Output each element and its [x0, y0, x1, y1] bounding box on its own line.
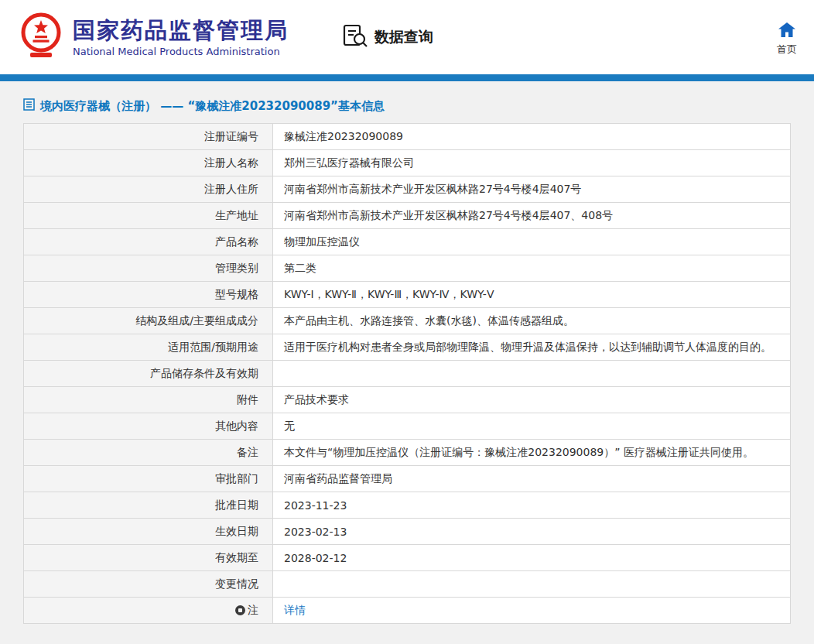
table-row: 备注本文件与“物理加压控温仪（注册证编号：豫械注准20232090089）” 医…	[24, 440, 791, 466]
breadcrumb: 境内医疗器械（注册） —— “豫械注准20232090089”基本信息	[23, 94, 791, 118]
table-row: 型号规格KWY-Ⅰ，KWY-Ⅱ，KWY-Ⅲ，KWY-Ⅳ，KWY-Ⅴ	[24, 282, 791, 308]
site-header: 国家药品监督管理局 National Medical Products Admi…	[0, 0, 814, 74]
row-label: 生产地址	[24, 203, 273, 229]
row-value: 无	[273, 413, 791, 440]
row-value: 河南省郑州市高新技术产业开发区枫林路27号4号楼4层407、408号	[273, 203, 791, 229]
row-label: 注册人名称	[24, 150, 273, 176]
note-icon	[235, 605, 245, 615]
table-row: 变更情况	[24, 571, 791, 598]
row-label: 变更情况	[24, 571, 273, 598]
row-label: 附件	[24, 387, 273, 413]
info-table-body: 注册证编号豫械注准20232090089注册人名称郑州三弘医疗器械有限公司注册人…	[24, 124, 791, 624]
row-label: 注	[24, 598, 273, 624]
row-label: 产品名称	[24, 229, 273, 255]
table-row: 其他内容无	[24, 413, 791, 440]
table-row: 产品储存条件及有效期	[24, 361, 791, 387]
row-label: 有效期至	[24, 545, 273, 571]
row-value: 2023-11-23	[273, 492, 791, 519]
row-label: 注册证编号	[24, 124, 273, 150]
table-row: 生效日期2023-02-13	[24, 519, 791, 545]
row-label: 产品储存条件及有效期	[24, 361, 273, 387]
row-value	[273, 571, 791, 598]
row-value: 河南省药品监督管理局	[273, 466, 791, 492]
nav-home[interactable]: 首页	[777, 18, 797, 57]
table-row: 产品名称物理加压控温仪	[24, 229, 791, 255]
row-value: 适用于医疗机构对患者全身或局部物理降温、物理升温及体温保持，以达到辅助调节人体温…	[273, 334, 791, 361]
row-label: 适用范围/预期用途	[24, 334, 273, 361]
page-title: 境内医疗器械（注册） —— “豫械注准20232090089”基本信息	[40, 99, 385, 114]
row-label: 其他内容	[24, 413, 273, 440]
document-magnifier-icon	[343, 24, 368, 51]
org-titles: 国家药品监督管理局 National Medical Products Admi…	[73, 17, 289, 57]
detail-link[interactable]: 详情	[284, 604, 306, 616]
row-label: 注册人住所	[24, 176, 273, 203]
row-label: 管理类别	[24, 255, 273, 282]
table-row: 注详情	[24, 598, 791, 624]
table-row: 注册人住所河南省郑州市高新技术产业开发区枫林路27号4号楼4层407号	[24, 176, 791, 203]
org-name-en: National Medical Products Administration	[73, 46, 289, 57]
row-value	[273, 361, 791, 387]
row-value: 本文件与“物理加压控温仪（注册证编号：豫械注准20232090089）” 医疗器…	[273, 440, 791, 466]
table-row: 管理类别第二类	[24, 255, 791, 282]
nav-data-query[interactable]: 数据查询	[343, 24, 433, 51]
row-value: 产品技术要求	[273, 387, 791, 413]
row-label: 结构及组成/主要组成成分	[24, 308, 273, 334]
table-row: 附件产品技术要求	[24, 387, 791, 413]
row-value: 豫械注准20232090089	[273, 124, 791, 150]
table-row: 注册人名称郑州三弘医疗器械有限公司	[24, 150, 791, 176]
row-value: 2023-02-13	[273, 519, 791, 545]
row-value: 本产品由主机、水路连接管、水囊(水毯)、体温传感器组成。	[273, 308, 791, 334]
table-row: 结构及组成/主要组成成分本产品由主机、水路连接管、水囊(水毯)、体温传感器组成。	[24, 308, 791, 334]
row-value: 物理加压控温仪	[273, 229, 791, 255]
row-value: 2028-02-12	[273, 545, 791, 571]
document-icon	[23, 98, 35, 114]
table-row: 生产地址河南省郑州市高新技术产业开发区枫林路27号4号楼4层407、408号	[24, 203, 791, 229]
info-table: 注册证编号豫械注准20232090089注册人名称郑州三弘医疗器械有限公司注册人…	[23, 123, 791, 624]
row-value: 河南省郑州市高新技术产业开发区枫林路27号4号楼4层407号	[273, 176, 791, 203]
national-emblem-icon[interactable]	[20, 12, 62, 63]
org-name-cn: 国家药品监督管理局	[73, 17, 289, 44]
row-label: 生效日期	[24, 519, 273, 545]
row-label: 型号规格	[24, 282, 273, 308]
row-label: 审批部门	[24, 466, 273, 492]
table-row: 注册证编号豫械注准20232090089	[24, 124, 791, 150]
row-value: 第二类	[273, 255, 791, 282]
table-row: 有效期至2028-02-12	[24, 545, 791, 571]
row-value: 详情	[273, 598, 791, 624]
row-value: KWY-Ⅰ，KWY-Ⅱ，KWY-Ⅲ，KWY-Ⅳ，KWY-Ⅴ	[273, 282, 791, 308]
main-content: 境内医疗器械（注册） —— “豫械注准20232090089”基本信息 注册证编…	[0, 81, 814, 624]
table-row: 审批部门河南省药品监督管理局	[24, 466, 791, 492]
row-label: 批准日期	[24, 492, 273, 519]
house-icon	[778, 22, 795, 40]
data-query-label: 数据查询	[375, 27, 433, 47]
header-divider-bar	[0, 74, 814, 81]
home-label: 首页	[777, 43, 797, 57]
row-value: 郑州三弘医疗器械有限公司	[273, 150, 791, 176]
table-row: 适用范围/预期用途适用于医疗机构对患者全身或局部物理降温、物理升温及体温保持，以…	[24, 334, 791, 361]
table-row: 批准日期2023-11-23	[24, 492, 791, 519]
row-label: 备注	[24, 440, 273, 466]
